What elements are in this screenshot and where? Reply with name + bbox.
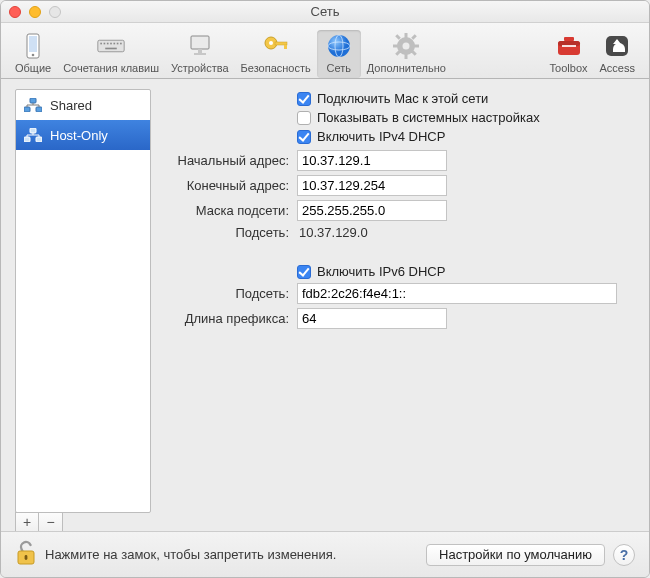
svg-point-2 <box>32 54 35 57</box>
toolbar-advanced[interactable]: Дополнительно <box>361 30 452 78</box>
toolbar: Общие Сочетания клавиш Устройства Безопа… <box>1 23 649 79</box>
svg-rect-8 <box>114 43 116 45</box>
svg-rect-10 <box>120 43 122 45</box>
restore-defaults-button[interactable]: Настройки по умолчанию <box>426 544 605 566</box>
svg-rect-39 <box>36 107 42 112</box>
mask-input[interactable] <box>297 200 447 221</box>
lock-icon[interactable] <box>15 540 37 569</box>
toolbar-label: Сочетания клавиш <box>63 62 159 74</box>
v6-subnet-input[interactable] <box>297 283 617 304</box>
start-addr-input[interactable] <box>297 150 447 171</box>
svg-rect-11 <box>105 48 117 50</box>
svg-rect-42 <box>36 137 42 142</box>
access-icon <box>603 32 631 60</box>
svg-rect-12 <box>191 36 209 49</box>
svg-rect-28 <box>395 34 401 40</box>
mask-label: Маска подсети: <box>155 203 297 218</box>
toolbar-toolbox[interactable]: Toolbox <box>544 30 594 78</box>
ipv6-dhcp-checkbox[interactable]: Включить IPv6 DHCP <box>297 264 445 279</box>
sidebar-item-label: Host-Only <box>50 128 108 143</box>
toolbar-label: Безопасность <box>241 62 311 74</box>
checkbox-label: Показывать в системных настройках <box>317 110 540 125</box>
v4-subnet-value: 10.37.129.0 <box>297 225 368 240</box>
svg-rect-4 <box>100 43 102 45</box>
key-icon <box>262 32 290 60</box>
svg-rect-30 <box>411 34 417 40</box>
help-button[interactable]: ? <box>613 544 635 566</box>
svg-rect-35 <box>562 45 576 47</box>
show-system-input[interactable] <box>297 111 311 125</box>
network-list: Shared Host-Only <box>15 89 151 513</box>
toolbar-shortcuts[interactable]: Сочетания клавиш <box>57 30 165 78</box>
sidebar-item-label: Shared <box>50 98 92 113</box>
connect-mac-checkbox[interactable]: Подключить Mac к этой сети <box>297 91 488 106</box>
network-icon <box>24 98 42 112</box>
svg-rect-41 <box>24 137 30 142</box>
show-system-checkbox[interactable]: Показывать в системных настройках <box>297 110 540 125</box>
svg-point-23 <box>403 43 410 50</box>
svg-point-19 <box>328 35 350 57</box>
svg-rect-25 <box>405 54 408 59</box>
toolbar-label: Дополнительно <box>367 62 446 74</box>
toolbar-network[interactable]: Сеть <box>317 30 361 78</box>
window-title: Сеть <box>311 4 340 19</box>
ipv4-dhcp-input[interactable] <box>297 130 311 144</box>
traffic-lights <box>9 6 61 18</box>
svg-rect-1 <box>29 36 37 52</box>
end-addr-label: Конечный адрес: <box>155 178 297 193</box>
globe-icon <box>325 32 353 60</box>
zoom-window-button[interactable] <box>49 6 61 18</box>
start-addr-label: Начальный адрес: <box>155 153 297 168</box>
svg-rect-5 <box>104 43 106 45</box>
toolbar-devices[interactable]: Устройства <box>165 30 235 78</box>
prefix-len-input[interactable] <box>297 308 447 329</box>
toolbar-general[interactable]: Общие <box>9 30 57 78</box>
svg-point-16 <box>269 41 273 45</box>
svg-rect-27 <box>414 45 419 48</box>
sidebar: Shared Host-Only + − <box>1 79 151 532</box>
svg-rect-34 <box>564 37 574 41</box>
toolbar-left-group: Общие Сочетания клавиш Устройства Безопа… <box>9 30 452 78</box>
toolbar-security[interactable]: Безопасность <box>235 30 317 78</box>
ipv6-dhcp-input[interactable] <box>297 265 311 279</box>
end-addr-input[interactable] <box>297 175 447 196</box>
main-area: Shared Host-Only + − Подключить Mac к эт… <box>1 79 649 532</box>
svg-rect-3 <box>98 40 124 52</box>
titlebar: Сеть <box>1 1 649 23</box>
v6-subnet-label: Подсеть: <box>155 286 297 301</box>
sidebar-item-shared[interactable]: Shared <box>16 90 150 120</box>
svg-rect-26 <box>393 45 398 48</box>
svg-rect-44 <box>25 555 28 560</box>
svg-rect-17 <box>275 42 287 45</box>
keyboard-icon <box>97 32 125 60</box>
checkbox-label: Включить IPv6 DHCP <box>317 264 445 279</box>
toolbar-label: Access <box>600 62 635 74</box>
add-network-button[interactable]: + <box>15 512 39 532</box>
svg-rect-24 <box>405 33 408 38</box>
network-icon <box>24 128 42 142</box>
svg-rect-40 <box>30 128 36 133</box>
remove-network-button[interactable]: − <box>39 512 63 532</box>
svg-rect-37 <box>30 98 36 103</box>
phone-icon <box>19 32 47 60</box>
display-icon <box>186 32 214 60</box>
toolbar-label: Общие <box>15 62 51 74</box>
toolbox-icon <box>555 32 583 60</box>
svg-rect-7 <box>110 43 112 45</box>
sidebar-item-host-only[interactable]: Host-Only <box>16 120 150 150</box>
svg-rect-6 <box>107 43 109 45</box>
prefix-len-label: Длина префикса: <box>155 311 297 326</box>
minimize-window-button[interactable] <box>29 6 41 18</box>
toolbar-access[interactable]: Access <box>594 30 641 78</box>
lock-text: Нажмите на замок, чтобы запретить измене… <box>45 547 336 562</box>
close-window-button[interactable] <box>9 6 21 18</box>
v4-subnet-label: Подсеть: <box>155 225 297 240</box>
ipv4-dhcp-checkbox[interactable]: Включить IPv4 DHCP <box>297 129 445 144</box>
checkbox-label: Включить IPv4 DHCP <box>317 129 445 144</box>
toolbar-label: Toolbox <box>550 62 588 74</box>
toolbar-label: Сеть <box>327 62 351 74</box>
sidebar-buttons: + − <box>15 512 151 532</box>
gear-icon <box>392 32 420 60</box>
footer: Нажмите на замок, чтобы запретить измене… <box>1 531 649 577</box>
connect-mac-input[interactable] <box>297 92 311 106</box>
